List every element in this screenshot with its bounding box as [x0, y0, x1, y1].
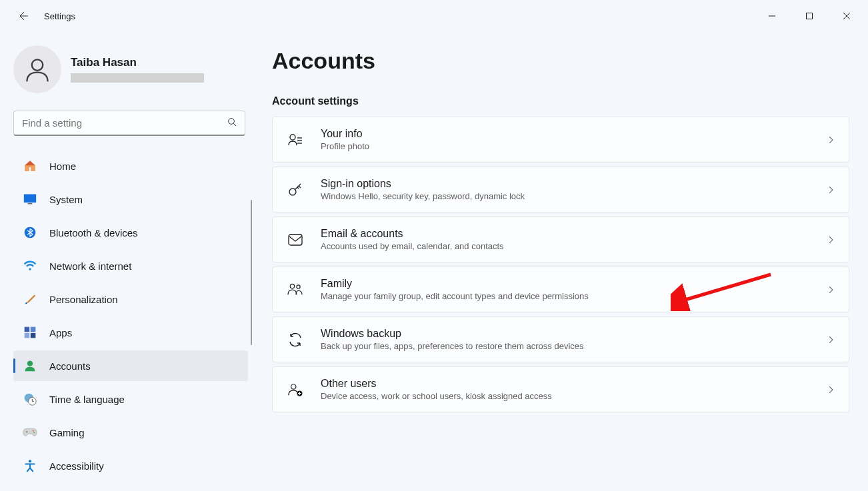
person-icon: [23, 358, 37, 373]
key-icon: [286, 181, 305, 199]
nav-label: Home: [49, 161, 76, 172]
family-icon: [286, 280, 305, 299]
page-title: Accounts: [272, 48, 849, 74]
card-title: Family: [321, 278, 810, 290]
nav-label: Apps: [49, 327, 72, 338]
add-user-icon: [286, 380, 305, 399]
card-subtitle: Profile photo: [321, 141, 810, 151]
svg-point-3: [229, 119, 235, 125]
nav-personalization[interactable]: Personalization: [13, 284, 248, 314]
svg-point-2: [32, 59, 43, 71]
card-subtitle: Manage your family group, edit account t…: [321, 291, 810, 301]
card-title: Other users: [321, 378, 810, 390]
back-button[interactable]: [16, 8, 32, 24]
close-button[interactable]: [828, 3, 865, 29]
nav: Home System Bluetooth & devices Network …: [13, 151, 256, 484]
sidebar: Taiba Hasan Home: [0, 32, 256, 491]
svg-point-20: [290, 135, 295, 140]
person-card-icon: [286, 131, 305, 149]
chevron-right-icon: [826, 285, 835, 294]
maximize-button[interactable]: [791, 3, 828, 29]
nav-accessibility[interactable]: Accessibility: [13, 450, 248, 481]
svg-line-4: [233, 123, 236, 126]
nav-label: Personalization: [49, 294, 118, 305]
card-subtitle: Back up your files, apps, preferences to…: [321, 341, 810, 351]
svg-point-13: [27, 361, 33, 366]
nav-time[interactable]: Time & language: [13, 384, 248, 414]
home-icon: [23, 159, 37, 173]
app-title: Settings: [44, 11, 75, 21]
chevron-right-icon: [826, 235, 835, 245]
svg-rect-9: [25, 327, 30, 332]
svg-point-27: [297, 284, 300, 288]
wifi-icon: [23, 258, 37, 273]
section-heading: Account settings: [272, 95, 849, 107]
profile-email-redacted: [71, 73, 204, 83]
sidebar-scrollbar[interactable]: [251, 200, 252, 345]
titlebar: Settings: [0, 0, 868, 32]
nav-accounts[interactable]: Accounts: [13, 350, 248, 381]
nav-label: Bluetooth & devices: [49, 227, 138, 239]
nav-label: Accessibility: [49, 460, 104, 472]
nav-label: System: [49, 194, 83, 205]
profile-block[interactable]: Taiba Hasan: [13, 45, 256, 107]
avatar: [13, 45, 61, 93]
card-email-accounts[interactable]: Email & accounts Accounts used by email,…: [272, 217, 849, 262]
nav-home[interactable]: Home: [13, 151, 248, 181]
nav-label: Gaming: [49, 427, 85, 438]
card-title: Windows backup: [321, 328, 810, 340]
main-content: Accounts Account settings Your info Prof…: [256, 32, 868, 491]
card-your-info[interactable]: Your info Profile photo: [272, 117, 849, 163]
svg-point-19: [29, 460, 31, 462]
nav-label: Time & language: [49, 394, 125, 405]
nav-apps[interactable]: Apps: [13, 317, 248, 348]
chevron-right-icon: [826, 385, 835, 394]
mail-icon: [286, 231, 305, 249]
svg-rect-5: [24, 195, 36, 203]
svg-rect-1: [807, 13, 813, 19]
minimize-button[interactable]: [753, 3, 791, 29]
paintbrush-icon: [23, 292, 37, 306]
sync-icon: [286, 330, 305, 349]
svg-point-16: [26, 431, 27, 432]
nav-system[interactable]: System: [13, 184, 248, 215]
nav-gaming[interactable]: Gaming: [13, 417, 248, 448]
nav-network[interactable]: Network & internet: [13, 250, 248, 281]
profile-name: Taiba Hasan: [71, 56, 204, 69]
svg-rect-11: [25, 333, 30, 338]
card-subtitle: Accounts used by email, calendar, and co…: [321, 241, 810, 251]
card-other-users[interactable]: Other users Device access, work or schoo…: [272, 366, 849, 412]
chevron-right-icon: [826, 135, 835, 145]
svg-point-28: [291, 384, 296, 388]
card-subtitle: Device access, work or school users, kio…: [321, 391, 810, 401]
bluetooth-icon: [23, 225, 37, 240]
gamepad-icon: [23, 425, 37, 440]
svg-rect-12: [31, 333, 36, 338]
card-signin-options[interactable]: Sign-in options Windows Hello, security …: [272, 167, 849, 213]
system-icon: [23, 192, 37, 207]
svg-point-8: [29, 268, 31, 270]
search-icon: [227, 117, 237, 130]
svg-point-17: [33, 430, 34, 432]
nav-bluetooth[interactable]: Bluetooth & devices: [13, 217, 248, 248]
apps-icon: [23, 325, 37, 340]
chevron-right-icon: [826, 185, 835, 195]
svg-point-18: [33, 432, 35, 433]
svg-rect-6: [28, 203, 33, 205]
chevron-right-icon: [826, 335, 835, 344]
nav-label: Network & internet: [49, 260, 131, 272]
search-input[interactable]: [13, 111, 245, 136]
card-windows-backup[interactable]: Windows backup Back up your files, apps,…: [272, 316, 849, 362]
clock-globe-icon: [23, 392, 37, 406]
card-title: Sign-in options: [321, 178, 810, 190]
svg-rect-25: [289, 235, 302, 245]
card-subtitle: Windows Hello, security key, password, d…: [321, 191, 810, 201]
nav-label: Accounts: [49, 360, 91, 372]
card-title: Your info: [321, 128, 810, 140]
search-box: [13, 111, 245, 136]
svg-point-26: [290, 284, 294, 288]
svg-rect-10: [31, 327, 36, 332]
accessibility-icon: [23, 458, 37, 473]
window-controls: [753, 3, 865, 29]
card-family[interactable]: Family Manage your family group, edit ac…: [272, 266, 849, 312]
